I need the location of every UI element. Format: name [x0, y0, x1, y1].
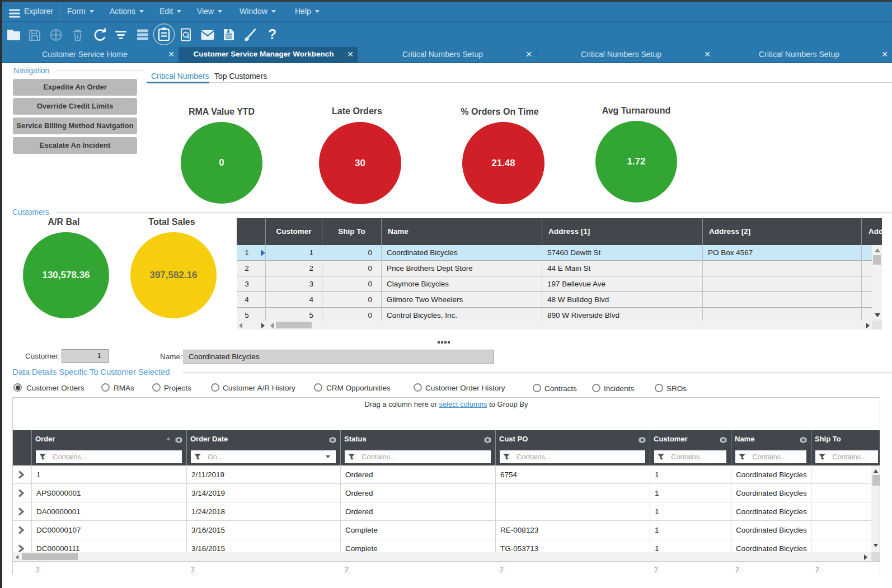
svg-text:?: ? [268, 26, 276, 42]
